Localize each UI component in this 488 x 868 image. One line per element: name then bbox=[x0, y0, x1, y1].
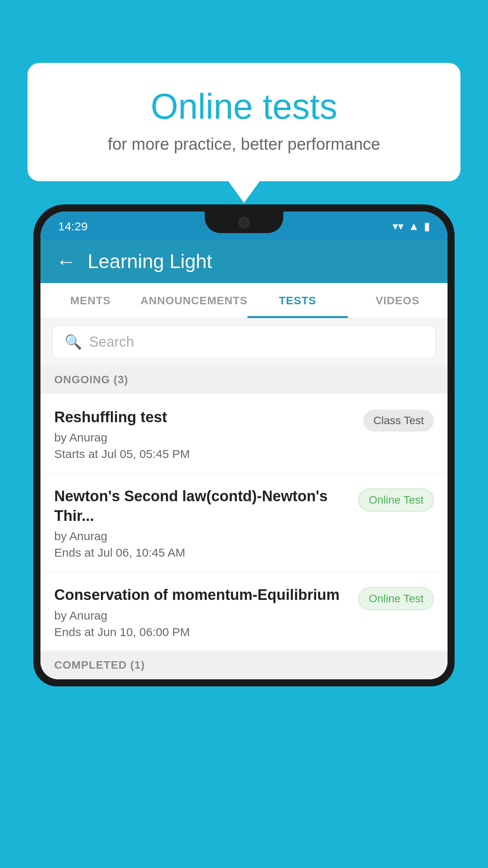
tab-announcements[interactable]: ANNOUNCEMENTS bbox=[140, 283, 248, 318]
ongoing-section-label: ONGOING (3) bbox=[40, 366, 448, 394]
test-list: Reshuffling test by Anurag Starts at Jul… bbox=[40, 394, 448, 651]
search-input[interactable]: Search bbox=[89, 334, 134, 350]
test-author: by Anurag bbox=[54, 609, 350, 622]
search-bar[interactable]: 🔍 Search bbox=[52, 326, 436, 359]
phone-frame: 14:29 ▾▾ ▲ ▮ ← Learning Light MENTS ANNO… bbox=[33, 204, 455, 868]
tabs-bar: MENTS ANNOUNCEMENTS TESTS VIDEOS bbox=[40, 283, 448, 318]
test-badge-online: Online Test bbox=[358, 587, 434, 610]
back-button[interactable]: ← bbox=[56, 250, 76, 273]
speech-bubble: Online tests for more practice, better p… bbox=[28, 63, 460, 181]
bubble-subtitle: for more practice, better performance bbox=[47, 135, 441, 154]
app-header: ← Learning Light bbox=[40, 240, 448, 283]
search-icon: 🔍 bbox=[64, 334, 82, 350]
search-container: 🔍 Search bbox=[40, 318, 448, 366]
phone-screen: 14:29 ▾▾ ▲ ▮ ← Learning Light MENTS ANNO… bbox=[40, 211, 448, 679]
battery-icon: ▮ bbox=[424, 220, 430, 233]
status-icons: ▾▾ ▲ ▮ bbox=[393, 220, 430, 233]
test-name: Reshuffling test bbox=[54, 408, 356, 427]
test-name: Conservation of momentum-Equilibrium bbox=[54, 585, 350, 605]
phone-notch bbox=[205, 211, 283, 233]
bubble-title: Online tests bbox=[47, 86, 441, 127]
test-info: Newton's Second law(contd)-Newton's Thir… bbox=[54, 487, 350, 559]
test-author: by Anurag bbox=[54, 431, 356, 444]
test-item[interactable]: Reshuffling test by Anurag Starts at Jul… bbox=[40, 394, 448, 473]
status-time: 14:29 bbox=[58, 220, 88, 233]
test-item[interactable]: Conservation of momentum-Equilibrium by … bbox=[40, 572, 448, 651]
tab-videos[interactable]: VIDEOS bbox=[348, 283, 448, 318]
test-info: Reshuffling test by Anurag Starts at Jul… bbox=[54, 408, 356, 461]
app-header-title: Learning Light bbox=[88, 250, 212, 273]
test-time: Starts at Jul 05, 05:45 PM bbox=[54, 447, 356, 461]
test-item[interactable]: Newton's Second law(contd)-Newton's Thir… bbox=[40, 473, 448, 572]
phone-outer: 14:29 ▾▾ ▲ ▮ ← Learning Light MENTS ANNO… bbox=[33, 204, 455, 686]
camera-icon bbox=[238, 217, 250, 228]
signal-icon: ▲ bbox=[408, 220, 419, 233]
test-badge-class: Class Test bbox=[363, 410, 434, 432]
tab-ments[interactable]: MENTS bbox=[40, 283, 140, 318]
test-info: Conservation of momentum-Equilibrium by … bbox=[54, 585, 350, 638]
wifi-icon: ▾▾ bbox=[393, 220, 404, 233]
test-time: Ends at Jul 06, 10:45 AM bbox=[54, 546, 350, 559]
test-author: by Anurag bbox=[54, 530, 350, 543]
completed-section-label: COMPLETED (1) bbox=[40, 651, 448, 679]
test-time: Ends at Jun 10, 06:00 PM bbox=[54, 625, 350, 639]
test-name: Newton's Second law(contd)-Newton's Thir… bbox=[54, 487, 350, 526]
test-badge-online: Online Test bbox=[358, 489, 434, 511]
tab-tests[interactable]: TESTS bbox=[248, 283, 347, 318]
